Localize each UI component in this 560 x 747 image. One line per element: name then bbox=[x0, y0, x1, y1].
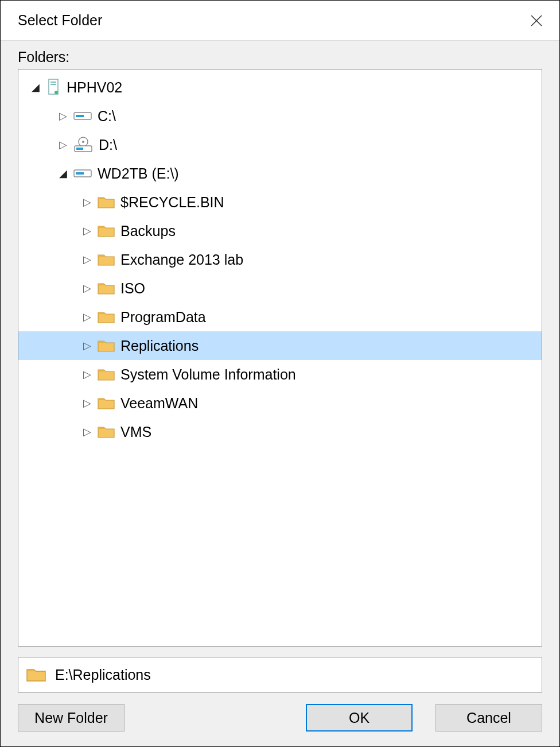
tree-item-label: Backups bbox=[120, 223, 176, 239]
expander-icon[interactable]: ◢ bbox=[56, 167, 70, 180]
hdd-icon bbox=[73, 168, 92, 179]
tree-item-label: ProgramData bbox=[120, 309, 206, 326]
new-folder-button[interactable]: New Folder bbox=[18, 704, 125, 731]
tree-item-label: Replications bbox=[120, 338, 199, 354]
expander-icon[interactable]: ▷ bbox=[80, 225, 94, 237]
tree-item-label: ISO bbox=[120, 280, 145, 297]
folder-icon bbox=[98, 281, 115, 295]
svg-rect-15 bbox=[98, 226, 104, 228]
expander-icon[interactable]: ▷ bbox=[56, 138, 70, 151]
svg-rect-4 bbox=[50, 84, 56, 85]
folder-icon bbox=[98, 339, 115, 353]
folders-label: Folders: bbox=[18, 49, 542, 65]
folder-icon bbox=[98, 367, 115, 381]
expander-icon[interactable]: ▷ bbox=[80, 368, 94, 381]
close-button[interactable] bbox=[525, 9, 548, 32]
expander-icon[interactable]: ▷ bbox=[56, 110, 70, 122]
folder-icon bbox=[98, 310, 115, 324]
svg-rect-7 bbox=[76, 115, 84, 117]
button-row: New Folder OK Cancel bbox=[1, 692, 559, 746]
tree-folder[interactable]: ▷ VMS bbox=[18, 417, 542, 446]
expander-icon[interactable]: ▷ bbox=[80, 311, 94, 323]
optical-drive-icon bbox=[73, 137, 93, 153]
svg-rect-11 bbox=[76, 148, 83, 150]
expander-icon[interactable]: ▷ bbox=[80, 339, 94, 352]
svg-rect-14 bbox=[98, 198, 104, 199]
tree-folder[interactable]: ▷ $RECYCLE.BIN bbox=[18, 188, 542, 216]
tree-item-label: WD2TB (E:\) bbox=[98, 165, 179, 182]
folder-icon bbox=[98, 425, 115, 439]
svg-rect-3 bbox=[50, 82, 56, 83]
tree-drive-d[interactable]: ▷ D:\ bbox=[18, 130, 542, 159]
svg-rect-16 bbox=[98, 255, 104, 257]
tree-item-label: $RECYCLE.BIN bbox=[120, 194, 224, 211]
folder-icon bbox=[98, 195, 115, 209]
expander-icon[interactable]: ▷ bbox=[80, 253, 94, 266]
tree-folder[interactable]: ▷ Exchange 2013 lab bbox=[18, 245, 542, 274]
close-icon bbox=[530, 14, 543, 27]
svg-rect-20 bbox=[98, 370, 104, 371]
tree-root[interactable]: ◢ HPHV02 bbox=[18, 73, 542, 102]
folder-icon bbox=[98, 396, 115, 410]
selected-path-box: E:\Replications bbox=[18, 657, 542, 692]
folder-tree[interactable]: ◢ HPHV02 ▷ C:\ ▷ D:\ bbox=[18, 69, 542, 647]
computer-icon bbox=[46, 79, 61, 96]
tree-item-label: Exchange 2013 lab bbox=[120, 251, 243, 268]
folder-icon bbox=[26, 667, 46, 683]
expander-icon[interactable]: ◢ bbox=[29, 81, 42, 94]
tree-folder-selected[interactable]: ▷ Replications bbox=[18, 331, 542, 360]
folder-icon bbox=[98, 253, 115, 266]
tree-item-label: C:\ bbox=[98, 108, 116, 125]
svg-rect-23 bbox=[27, 669, 34, 671]
expander-icon[interactable]: ▷ bbox=[80, 425, 94, 438]
tree-item-label: System Volume Information bbox=[120, 366, 296, 383]
svg-rect-18 bbox=[98, 312, 104, 314]
tree-item-label: HPHV02 bbox=[67, 79, 122, 96]
tree-drive-c[interactable]: ▷ C:\ bbox=[18, 102, 542, 130]
tree-folder[interactable]: ▷ System Volume Information bbox=[18, 360, 542, 389]
button-label: OK bbox=[349, 710, 370, 726]
dialog-title: Select Folder bbox=[18, 12, 102, 29]
button-label: Cancel bbox=[466, 710, 511, 726]
tree-folder[interactable]: ▷ Backups bbox=[18, 216, 542, 245]
svg-rect-21 bbox=[98, 398, 104, 400]
tree-folder[interactable]: ▷ ISO bbox=[18, 274, 542, 303]
tree-folder[interactable]: ▷ ProgramData bbox=[18, 303, 542, 331]
tree-folder[interactable]: ▷ VeeamWAN bbox=[18, 389, 542, 417]
expander-icon[interactable]: ▷ bbox=[80, 196, 94, 208]
selected-path-text: E:\Replications bbox=[55, 667, 151, 683]
svg-rect-19 bbox=[98, 341, 104, 343]
select-folder-dialog: Select Folder Folders: ◢ HPHV02 ▷ C bbox=[0, 0, 560, 747]
ok-button[interactable]: OK bbox=[306, 704, 413, 731]
svg-point-5 bbox=[55, 91, 58, 94]
hdd-icon bbox=[73, 111, 92, 121]
titlebar: Select Folder bbox=[1, 1, 559, 41]
expander-icon[interactable]: ▷ bbox=[80, 397, 94, 409]
tree-item-label: VeeamWAN bbox=[120, 395, 198, 412]
tree-drive-e[interactable]: ◢ WD2TB (E:\) bbox=[18, 159, 542, 188]
tree-item-label: VMS bbox=[120, 424, 151, 440]
svg-point-9 bbox=[82, 141, 84, 143]
folder-icon bbox=[98, 224, 115, 238]
svg-rect-17 bbox=[98, 284, 104, 285]
cancel-button[interactable]: Cancel bbox=[435, 704, 542, 731]
svg-rect-22 bbox=[98, 427, 104, 429]
button-label: New Folder bbox=[34, 710, 108, 726]
svg-rect-13 bbox=[76, 172, 84, 175]
content-area: Folders: ◢ HPHV02 ▷ C:\ ▷ bbox=[1, 41, 559, 647]
tree-item-label: D:\ bbox=[99, 137, 117, 153]
expander-icon[interactable]: ▷ bbox=[80, 282, 94, 295]
